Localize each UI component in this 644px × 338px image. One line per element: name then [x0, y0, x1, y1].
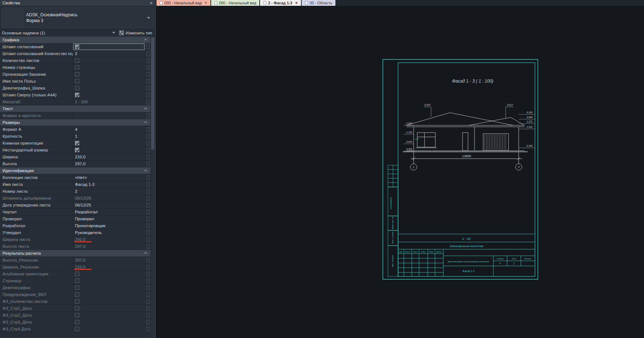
associate-parameter-button[interactable] [146, 265, 150, 270]
associate-parameter-button[interactable] [146, 162, 150, 166]
checkbox[interactable] [75, 72, 79, 76]
property-value[interactable] [73, 71, 145, 78]
property-value[interactable] [73, 92, 145, 98]
checkbox[interactable] [75, 93, 79, 97]
associate-parameter-button[interactable] [146, 230, 150, 235]
property-value[interactable] [73, 284, 145, 291]
associate-parameter-button[interactable] [146, 189, 150, 194]
checkbox[interactable] [75, 148, 79, 152]
associate-parameter-button[interactable] [146, 292, 150, 297]
property-value[interactable]: 297,0 [73, 243, 145, 250]
view-tab[interactable]: 000 - Начальный вид× [156, 0, 210, 6]
grid-bubble-3[interactable]: 3 [518, 166, 520, 169]
property-group-header[interactable]: Графика [0, 37, 150, 43]
checkbox[interactable] [75, 141, 79, 145]
property-value[interactable] [73, 147, 145, 153]
checkbox[interactable] [75, 320, 79, 324]
property-group-header[interactable]: Идентификация [0, 167, 150, 174]
collapse-icon[interactable] [144, 108, 147, 110]
checkbox[interactable] [75, 58, 79, 63]
property-value[interactable] [73, 291, 145, 298]
property-value[interactable]: <Нет> [73, 174, 145, 181]
property-value[interactable] [73, 271, 145, 277]
property-value[interactable] [73, 319, 145, 325]
associate-parameter-button[interactable] [146, 86, 150, 91]
property-value[interactable]: Проверил [73, 216, 145, 222]
associate-parameter-button[interactable] [146, 58, 150, 63]
property-value[interactable] [73, 64, 145, 71]
associate-parameter-button[interactable] [146, 279, 150, 283]
view-tab[interactable]: 2 - Фасад 1-3× [260, 0, 301, 6]
associate-parameter-button[interactable] [146, 196, 150, 201]
associate-parameter-button[interactable] [146, 182, 150, 187]
property-value[interactable] [73, 57, 145, 64]
collapse-icon[interactable] [144, 39, 147, 42]
collapse-icon[interactable] [144, 252, 147, 255]
associate-parameter-button[interactable] [146, 272, 150, 276]
checkbox[interactable] [75, 299, 79, 304]
property-value[interactable] [73, 305, 145, 312]
grid-bubble-1[interactable]: 1 [413, 166, 414, 169]
property-value[interactable] [73, 140, 145, 146]
checkbox[interactable] [75, 313, 79, 317]
associate-parameter-button[interactable] [146, 72, 150, 77]
property-value[interactable] [73, 298, 145, 305]
associate-parameter-button[interactable] [146, 320, 150, 325]
associate-parameter-button[interactable] [146, 113, 150, 118]
property-value[interactable] [73, 312, 145, 318]
collapse-icon[interactable] [144, 121, 147, 124]
tab-close-icon[interactable]: × [295, 1, 298, 5]
view-title[interactable]: Фасад 1 - 3 ( 1 : 100) [452, 79, 493, 84]
checkbox[interactable] [75, 272, 79, 276]
property-value[interactable] [73, 85, 145, 91]
associate-parameter-button[interactable] [146, 217, 150, 221]
type-selector[interactable]: ADSK_ОсновнаяНадпись Форма 3 [1, 8, 154, 28]
edit-type-button[interactable]: Изменить тип [118, 30, 153, 35]
collapse-icon[interactable] [144, 170, 147, 172]
property-value[interactable]: Фасад 1-3 [73, 181, 145, 188]
property-value[interactable]: 1 : 100 [73, 99, 145, 105]
view-tab[interactable]: 000 - Начальный вид [211, 0, 260, 6]
checkbox[interactable] [75, 45, 79, 49]
associate-parameter-button[interactable] [146, 299, 150, 304]
associate-parameter-button[interactable] [146, 51, 150, 56]
checkbox[interactable] [75, 285, 79, 290]
scrollbar-thumb[interactable] [151, 37, 154, 150]
property-value[interactable]: 06/12/25 [73, 202, 145, 208]
checkbox[interactable] [75, 279, 79, 283]
property-value[interactable]: 210,0 [73, 154, 145, 160]
associate-parameter-button[interactable] [146, 148, 150, 153]
associate-parameter-button[interactable] [146, 100, 150, 104]
property-value[interactable] [73, 112, 145, 119]
property-value[interactable]: 210,0 [73, 264, 145, 270]
property-value[interactable] [73, 78, 145, 84]
property-value[interactable]: 297,0 [73, 257, 145, 263]
property-value[interactable]: Руководитель [73, 229, 145, 236]
property-value[interactable]: 4 [73, 126, 145, 133]
associate-parameter-button[interactable] [146, 93, 150, 97]
checkbox[interactable] [75, 292, 79, 297]
associate-parameter-button[interactable] [146, 210, 150, 214]
associate-parameter-button[interactable] [146, 313, 150, 318]
tab-close-icon[interactable]: × [205, 1, 207, 5]
property-value[interactable]: 297,0 [73, 160, 145, 167]
facade-drawing[interactable] [403, 113, 528, 170]
dimension-total[interactable]: 13800 [462, 154, 471, 158]
property-value[interactable] [73, 278, 145, 284]
associate-parameter-button[interactable] [146, 127, 150, 132]
element-filter-dropdown[interactable]: Основные надписи (1) [2, 31, 118, 35]
property-value[interactable]: 2 [73, 188, 145, 195]
associate-parameter-button[interactable] [146, 45, 150, 49]
property-value[interactable]: 2 [73, 50, 145, 57]
property-group-header[interactable]: Результаты расчета [0, 250, 150, 257]
property-value[interactable]: Разработал [73, 209, 145, 215]
associate-parameter-button[interactable] [146, 244, 150, 249]
property-group-header[interactable]: Размеры [0, 119, 150, 126]
property-group-header[interactable]: Текст [0, 105, 150, 112]
associate-parameter-button[interactable] [146, 203, 150, 208]
chevron-down-icon[interactable] [147, 17, 150, 19]
associate-parameter-button[interactable] [146, 65, 150, 70]
associate-parameter-button[interactable] [146, 141, 150, 146]
property-value[interactable]: 06/12/25 [73, 195, 145, 201]
checkbox[interactable] [75, 306, 79, 310]
